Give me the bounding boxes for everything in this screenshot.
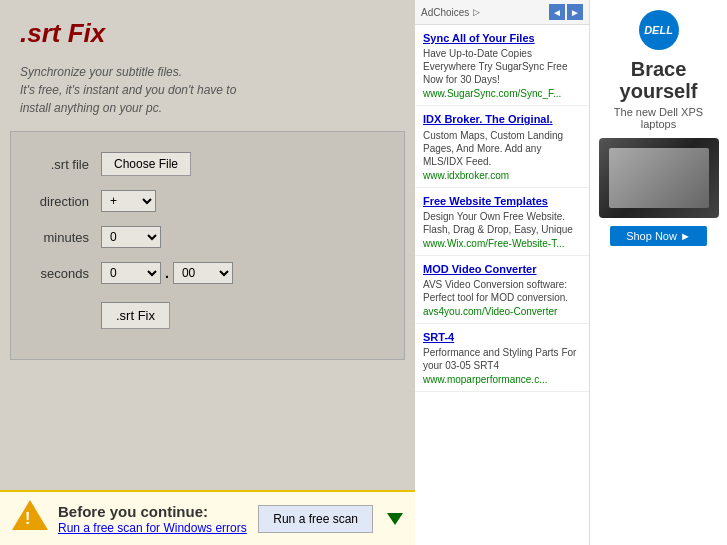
choose-file-button[interactable]: Choose File <box>101 152 191 176</box>
ad-item: SRT-4 Performance and Styling Parts For … <box>415 324 589 392</box>
ad-title[interactable]: IDX Broker. The Original. <box>423 112 581 126</box>
title-bar: .srt Fix <box>0 0 415 59</box>
app-title: .srt Fix <box>20 18 395 49</box>
ad-description: Design Your Own Free Website. Flash, Dra… <box>423 210 581 236</box>
warning-icon <box>12 500 48 537</box>
adchoices-icon: ▷ <box>473 7 480 17</box>
dell-laptop-image <box>599 138 719 218</box>
srt-file-row: .srt file Choose File <box>31 152 384 176</box>
ad-item: Sync All of Your Files Have Up-to-Date C… <box>415 25 589 106</box>
ad-title[interactable]: MOD Video Converter <box>423 262 581 276</box>
dell-sub: The new Dell XPS laptops <box>598 106 719 130</box>
direction-row: direction + - <box>31 190 384 212</box>
srt-fix-button[interactable]: .srt Fix <box>101 302 170 329</box>
notification-text: Before you continue: Run a free scan for… <box>58 503 248 535</box>
milliseconds-select[interactable]: 00 25 50 75 <box>173 262 233 284</box>
dell-tagline: Braceyourself <box>620 58 698 102</box>
subtitle-line1: Synchronize your subtitle files. <box>20 65 182 79</box>
dell-tagline-text: Braceyourself <box>620 58 698 102</box>
ad-title[interactable]: SRT-4 <box>423 330 581 344</box>
ad-item: IDX Broker. The Original. Custom Maps, C… <box>415 106 589 187</box>
dell-logo: DELL <box>639 10 679 50</box>
ad-url: www.moparperformance.c... <box>423 374 581 385</box>
green-triangle-icon <box>387 513 403 525</box>
main-content: .srt Fix Synchronize your subtitle files… <box>0 0 415 545</box>
ad-item: MOD Video Converter AVS Video Conversion… <box>415 256 589 324</box>
ad-url: www.idxbroker.com <box>423 170 581 181</box>
dell-ad-panel: DELL Braceyourself The new Dell XPS lapt… <box>590 0 727 545</box>
direction-select[interactable]: + - <box>101 190 156 212</box>
decimal-separator: . <box>165 265 169 281</box>
notification-link[interactable]: Run a free scan for Windows errors <box>58 521 247 535</box>
ad-url: www.Wix.com/Free-Website-T... <box>423 238 581 249</box>
ad-description: Have Up-to-Date Copies Everywhere Try Su… <box>423 47 581 86</box>
adchoices-label: AdChoices <box>421 7 469 18</box>
srt-file-label: .srt file <box>31 157 101 172</box>
form-area: .srt file Choose File direction + - minu… <box>10 131 405 360</box>
seconds-row: seconds 0 1 2 3 5 10 30 . 00 25 50 75 <box>31 262 384 284</box>
subtitle-line2: It's free, it's instant and you don't ha… <box>20 83 236 97</box>
ad-description: AVS Video Conversion software: Perfect t… <box>423 278 581 304</box>
minutes-row: minutes 0 1 2 3 5 10 <box>31 226 384 248</box>
warning-triangle <box>12 500 48 530</box>
ad-item: Free Website Templates Design Your Own F… <box>415 188 589 256</box>
ad-title[interactable]: Free Website Templates <box>423 194 581 208</box>
run-scan-button[interactable]: Run a free scan <box>258 505 373 533</box>
seconds-label: seconds <box>31 266 101 281</box>
subtitle-line3: install anything on your pc. <box>20 101 162 115</box>
prev-arrow[interactable]: ◄ <box>549 4 565 20</box>
ad-list: Sync All of Your Files Have Up-to-Date C… <box>415 25 589 392</box>
ad-description: Performance and Styling Parts For your 0… <box>423 346 581 372</box>
adchoices-bar: AdChoices ▷ ◄ ► <box>415 0 589 25</box>
nav-arrows: ◄ ► <box>549 4 583 20</box>
ad-column: AdChoices ▷ ◄ ► Sync All of Your Files H… <box>415 0 727 545</box>
seconds-controls: 0 1 2 3 5 10 30 . 00 25 50 75 <box>101 262 233 284</box>
direction-label: direction <box>31 194 101 209</box>
minutes-select[interactable]: 0 1 2 3 5 10 <box>101 226 161 248</box>
notification-bar: Before you continue: Run a free scan for… <box>0 490 415 545</box>
ad-description: Custom Maps, Custom Landing Pages, And M… <box>423 129 581 168</box>
notification-title: Before you continue: <box>58 503 248 520</box>
left-ad-panel: AdChoices ▷ ◄ ► Sync All of Your Files H… <box>415 0 590 545</box>
next-arrow[interactable]: ► <box>567 4 583 20</box>
dell-shop-button[interactable]: Shop Now ► <box>610 226 707 246</box>
seconds-select[interactable]: 0 1 2 3 5 10 30 <box>101 262 161 284</box>
ad-title[interactable]: Sync All of Your Files <box>423 31 581 45</box>
minutes-label: minutes <box>31 230 101 245</box>
subtitle: Synchronize your subtitle files. It's fr… <box>0 59 415 131</box>
ad-url: www.SugarSync.com/Sync_F... <box>423 88 581 99</box>
ad-url: avs4you.com/Video-Converter <box>423 306 581 317</box>
